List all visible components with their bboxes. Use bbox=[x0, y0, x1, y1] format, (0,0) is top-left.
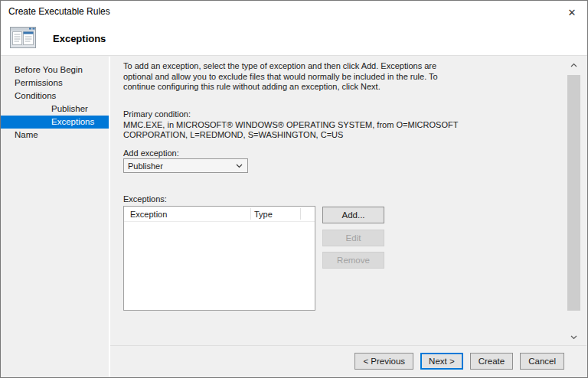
previous-button[interactable]: < Previous bbox=[354, 353, 413, 370]
sidebar-item-publisher[interactable]: Publisher bbox=[1, 103, 109, 116]
column-separator bbox=[300, 208, 301, 220]
chevron-down-icon bbox=[236, 164, 243, 168]
close-icon: ✕ bbox=[568, 7, 577, 18]
header-area: Create Executable Rules ✕ Exc bbox=[1, 1, 587, 56]
scroll-down-button[interactable] bbox=[567, 330, 580, 343]
add-exception-dropdown[interactable]: Publisher bbox=[123, 158, 248, 173]
window-title: Create Executable Rules bbox=[8, 6, 110, 17]
wizard-icon bbox=[10, 27, 36, 50]
sidebar-item-exceptions[interactable]: Exceptions bbox=[1, 116, 109, 129]
primary-condition-label: Primary condition: bbox=[123, 109, 458, 120]
column-header-type[interactable]: Type bbox=[254, 207, 273, 222]
primary-condition: Primary condition: MMC.EXE, in MICROSOFT… bbox=[123, 109, 458, 141]
footer-button-bar: < Previous Next > Create Cancel bbox=[354, 353, 564, 370]
edit-button[interactable]: Edit bbox=[322, 230, 384, 246]
add-button[interactable]: Add... bbox=[322, 207, 384, 223]
column-separator bbox=[250, 208, 251, 220]
dropdown-selected-value: Publisher bbox=[128, 161, 236, 171]
footer-divider bbox=[110, 345, 586, 346]
chevron-down-icon bbox=[570, 332, 577, 341]
vertical-scrollbar bbox=[567, 57, 580, 343]
scroll-up-button[interactable] bbox=[567, 57, 580, 70]
exceptions-list[interactable]: Exception Type bbox=[123, 206, 315, 311]
sidebar-item-before-you-begin[interactable]: Before You Begin bbox=[1, 64, 109, 77]
sidebar-divider bbox=[109, 57, 110, 377]
sidebar-item-conditions[interactable]: Conditions bbox=[1, 90, 109, 103]
cancel-button[interactable]: Cancel bbox=[520, 353, 564, 370]
close-button[interactable]: ✕ bbox=[563, 5, 581, 20]
intro-text: To add an exception, select the type of … bbox=[123, 61, 438, 93]
exceptions-list-label: Exceptions: bbox=[123, 194, 167, 204]
remove-button[interactable]: Remove bbox=[322, 252, 384, 269]
create-executable-rules-dialog: Create Executable Rules ✕ Exc bbox=[0, 0, 588, 378]
scrollbar-thumb[interactable] bbox=[567, 75, 580, 311]
scrollbar-track[interactable] bbox=[567, 70, 580, 330]
create-button[interactable]: Create bbox=[470, 353, 514, 370]
exceptions-list-header: Exception Type bbox=[124, 207, 315, 222]
page-title: Exceptions bbox=[53, 33, 106, 44]
chevron-up-icon bbox=[570, 60, 577, 69]
sidebar-item-permissions[interactable]: Permissions bbox=[1, 77, 109, 90]
wizard-steps-sidebar: Before You Begin Permissions Conditions … bbox=[1, 57, 109, 377]
column-header-exception[interactable]: Exception bbox=[130, 207, 167, 222]
next-button[interactable]: Next > bbox=[420, 353, 463, 370]
add-exception-label: Add exception: bbox=[123, 148, 179, 158]
sidebar-item-name[interactable]: Name bbox=[1, 129, 109, 142]
